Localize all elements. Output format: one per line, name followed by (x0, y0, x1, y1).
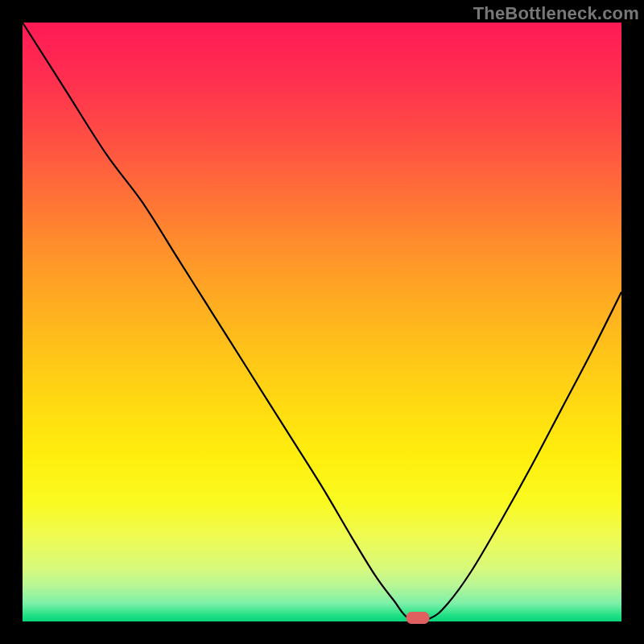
watermark-text: TheBottleneck.com (473, 3, 639, 24)
bottleneck-curve (23, 23, 621, 621)
bottleneck-chart (23, 23, 621, 621)
curve-layer (23, 23, 621, 621)
optimal-point-marker (407, 613, 429, 624)
